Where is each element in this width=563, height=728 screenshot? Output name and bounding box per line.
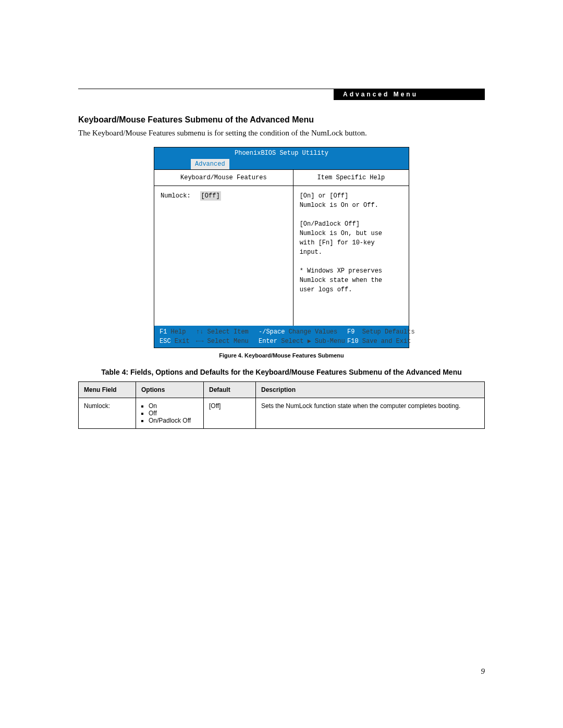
bios-key-space: -/Space [259, 328, 285, 336]
figure-caption: Figure 4. Keyboard/Mouse Features Submen… [78, 352, 485, 359]
arrows-ud-icon: ↑↓ [196, 328, 203, 336]
bios-select-item: Select Item [207, 328, 249, 336]
bios-exit-label: Exit [175, 338, 190, 345]
cell-menu-field: Numlock: [79, 398, 136, 429]
option-on-padlock-off: On/Padlock Off [149, 417, 198, 424]
bios-key-f1: F1 [160, 328, 167, 336]
options-table: Menu Field Options Default Description N… [78, 381, 485, 429]
bios-field-value: [Off] [200, 191, 221, 201]
bios-left-header: Keyboard/Mouse Features [154, 170, 293, 186]
bios-tab-row: Advanced [154, 159, 409, 169]
bios-help-label: Help [171, 328, 186, 336]
bios-title: PhoenixBIOS Setup Utility [154, 147, 409, 159]
cell-options: On Off On/Padlock Off [136, 398, 204, 429]
bios-key-enter: Enter [259, 338, 277, 345]
header-label: Advanced Menu [343, 91, 418, 98]
bios-footer: F1 Help ↑↓ Select Item -/Space Change Va… [154, 326, 409, 348]
section-title: Keyboard/Mouse Features Submenu of the A… [78, 115, 485, 125]
bios-change-values: Change Values [289, 328, 338, 336]
bios-right-header: Item Specific Help [293, 170, 409, 186]
bios-left-panel: Keyboard/Mouse Features Numlock: [Off] [154, 169, 293, 326]
table-row: Numlock: On Off On/Padlock Off [Off] Set… [79, 398, 485, 429]
section-intro: The Keyboard/Mouse Features submenu is f… [78, 129, 485, 138]
bios-screenshot: PhoenixBIOS Setup Utility Advanced Keybo… [154, 147, 409, 348]
th-menu-field: Menu Field [79, 382, 136, 398]
page-number: 9 [481, 667, 485, 676]
arrows-lr-icon: ←→ [196, 338, 203, 345]
table-header-row: Menu Field Options Default Description [79, 382, 485, 398]
bios-help-text: [On] or [Off] Numlock is On or Off. [On/… [293, 186, 409, 300]
bios-field-label: Numlock: [161, 191, 191, 201]
bios-save-exit: Save and Exit [362, 338, 411, 345]
bios-right-panel: Item Specific Help [On] or [Off] Numlock… [293, 169, 409, 326]
bios-select-submenu: Select ▶ Sub-Menu [281, 338, 345, 345]
th-default: Default [204, 382, 256, 398]
th-options: Options [136, 382, 204, 398]
table-caption: Table 4: Fields, Options and Defaults fo… [78, 368, 485, 376]
bios-key-esc: ESC [160, 338, 171, 345]
header-bar: Advanced Menu [334, 89, 485, 100]
bios-setup-defaults: Setup Defaults [362, 328, 415, 336]
option-on: On [149, 402, 198, 410]
bios-select-menu: Select Menu [207, 338, 249, 345]
option-off: Off [149, 410, 198, 417]
bios-tab-advanced: Advanced [191, 159, 229, 169]
cell-description: Sets the NumLock function state when the… [256, 398, 485, 429]
bios-key-f10: F10 [347, 338, 359, 345]
th-description: Description [256, 382, 485, 398]
bios-key-f9: F9 [347, 328, 354, 336]
cell-default: [Off] [204, 398, 256, 429]
